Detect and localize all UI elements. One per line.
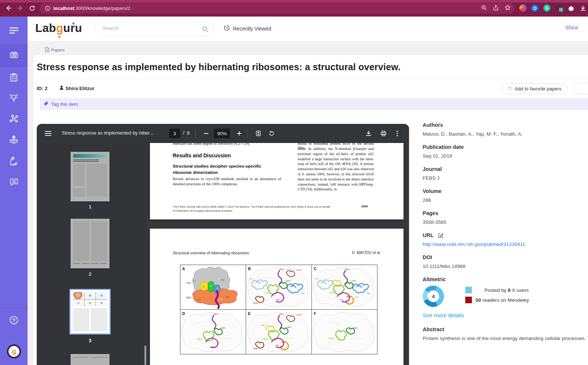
thumbnail-page-2[interactable] xyxy=(71,219,110,268)
pdf-fit-page-icon[interactable] xyxy=(254,129,263,138)
thumbnail-page-3-selected[interactable] xyxy=(69,289,111,334)
svg-text:bS18 II: bS18 II xyxy=(297,314,302,316)
paper-url-link[interactable]: http://www.ncbi.nlm.nih.gov/pubmed/31230… xyxy=(423,241,588,247)
pdf-print-icon[interactable] xyxy=(379,129,388,138)
svg-text:CP: CP xyxy=(193,280,196,282)
svg-text:?: ? xyxy=(12,318,15,323)
svg-text:C-HPF I: C-HPF I xyxy=(286,326,291,328)
page3-running-head-right: D. MATZOV et al. xyxy=(352,251,381,255)
zoom-icon[interactable] xyxy=(481,5,487,12)
bookmark-star-icon[interactable] xyxy=(505,4,511,12)
pdf-toolbar: Stress response as implemented by hiber.… xyxy=(37,124,409,143)
thumbnail-page-1[interactable] xyxy=(71,152,110,201)
sidebar-item-molecules[interactable] xyxy=(0,109,28,128)
sidebar-item-samples[interactable] xyxy=(0,45,28,66)
svg-text:h26 I: h26 I xyxy=(340,299,343,301)
svg-text:h40 I: h40 I xyxy=(275,344,279,346)
page2-cut-line-left: interface has some degree of flexibility… xyxy=(173,143,281,146)
recently-viewed-button[interactable]: Recently Viewed xyxy=(223,25,271,32)
sidebar-item-support[interactable] xyxy=(0,172,28,192)
volume-label: Volume xyxy=(423,188,588,194)
pdf-viewer: Stress response as implemented by hiber.… xyxy=(37,124,409,365)
pdf-zoom-out-icon[interactable] xyxy=(201,129,211,138)
legend-red-swatch xyxy=(465,297,472,303)
sidebar-item-experiments[interactable] xyxy=(0,68,28,87)
sidebar-item-equipment[interactable] xyxy=(0,151,28,171)
thumbnail-1-label: 1 xyxy=(71,204,110,210)
svg-text:uS2 I: uS2 I xyxy=(367,293,371,294)
pdf-page-area[interactable]: interface has some degree of flexibility… xyxy=(147,143,409,365)
svg-text:uS2 II: uS2 II xyxy=(249,278,253,280)
global-search xyxy=(95,22,214,36)
paper-details-panel: Authors Matzov, D., Bashan, A., Yap, M. … xyxy=(423,122,588,341)
svg-text:uS2 I: uS2 I xyxy=(301,293,305,294)
pdf-download-icon[interactable] xyxy=(364,129,373,138)
extension-grammarly-icon[interactable]: G xyxy=(543,4,551,12)
labguru-badge-icon[interactable]: g xyxy=(7,344,21,358)
svg-text:h26 II: h26 II xyxy=(214,313,218,315)
doi-label: DOI xyxy=(423,254,588,260)
pdf-zoom-in-icon[interactable] xyxy=(234,129,244,138)
svg-text:h26 II: h26 II xyxy=(345,268,349,270)
thumbnail-3-label: 3 xyxy=(71,338,110,343)
tag-item-button[interactable]: Tag this item xyxy=(40,98,588,110)
thumbnail-scrollbar[interactable] xyxy=(144,346,146,365)
svg-text:head: head xyxy=(197,299,201,301)
pdf-body: 1 2 xyxy=(37,143,409,365)
pdf-zoom-level[interactable]: 90% xyxy=(214,129,230,138)
pdf-rotate-icon[interactable] xyxy=(267,129,276,138)
svg-text:h26 II: h26 II xyxy=(280,313,284,315)
pdf-menu-icon[interactable] xyxy=(43,129,53,138)
url-label-row: URL xyxy=(423,232,588,238)
volume-value: 286 xyxy=(423,197,588,203)
abstract-label: Abstract xyxy=(423,326,588,332)
sidebar-item-knowledge[interactable] xyxy=(0,89,28,108)
journal-value: FEBS J xyxy=(423,175,588,181)
svg-text:h26 I: h26 I xyxy=(211,346,215,348)
menu-hamburger-icon[interactable] xyxy=(0,21,28,40)
browser-tabstrip xyxy=(0,0,588,3)
app-sidebar: ? g 6.9.8 xyxy=(0,17,28,365)
svg-text:E: E xyxy=(203,286,204,288)
browser-back-button[interactable] xyxy=(4,3,13,13)
breadcrumb[interactable]: Papers xyxy=(45,47,64,53)
labguru-logo[interactable]: Labguru xyxy=(35,22,82,35)
see-more-details-link[interactable]: See more details xyxy=(423,312,588,318)
svg-text:A: A xyxy=(217,287,218,290)
add-to-favorites-button[interactable]: ♡ Add to favorite papers xyxy=(501,83,568,94)
svg-text:bS18 I: bS18 I xyxy=(253,302,258,304)
user-menu[interactable]: Shira' xyxy=(565,25,579,31)
browser-download-icon[interactable] xyxy=(579,4,587,12)
extension-loading-icon[interactable]: ! xyxy=(555,4,563,12)
page-title: Stress response as implemented by hibern… xyxy=(37,62,401,72)
extensions-puzzle-icon[interactable] xyxy=(567,4,575,12)
browser-address-bar[interactable]: localhost:3000/knowledge/papers/2 xyxy=(40,3,514,14)
help-icon[interactable]: ? xyxy=(0,311,28,330)
page2-right-para: some. In addition, the N-terminal β-hair… xyxy=(298,146,374,192)
paper-meta-row: ID: 2 Shira Elitzur xyxy=(37,85,94,91)
pdf-page-input[interactable]: 3 xyxy=(169,129,180,138)
extension-1password-icon[interactable] xyxy=(531,4,539,12)
altmetric-widget: 4 Posted by 8 X users 50 readers on Mend… xyxy=(423,286,588,307)
svg-text:B: B xyxy=(248,267,251,271)
search-input[interactable] xyxy=(103,25,198,31)
svg-text:LSU: LSU xyxy=(186,282,191,284)
search-icon[interactable] xyxy=(202,26,209,34)
site-info-icon[interactable] xyxy=(45,6,50,11)
share-icon[interactable] xyxy=(493,5,499,12)
more-actions-button[interactable] xyxy=(573,83,588,94)
svg-text:C-HPF II: C-HPF II xyxy=(264,292,270,294)
browser-reload-button[interactable] xyxy=(27,3,37,13)
svg-text:Body: Body xyxy=(226,296,230,298)
thumbnail-page-4[interactable] xyxy=(71,354,110,365)
edit-url-icon[interactable] xyxy=(438,233,444,238)
altmetric-donut[interactable]: 4 xyxy=(423,286,444,307)
sidebar-item-storage[interactable] xyxy=(0,130,28,149)
svg-text:bS18 I: bS18 I xyxy=(253,348,258,350)
browser-forward-button[interactable] xyxy=(15,3,25,13)
extension-colorwheel-icon[interactable] xyxy=(519,4,527,12)
clock-icon xyxy=(223,25,230,32)
pdf-more-options-icon[interactable] xyxy=(392,129,402,138)
svg-text:h40 I: h40 I xyxy=(355,296,359,298)
altmetric-score: 4 xyxy=(427,290,439,302)
